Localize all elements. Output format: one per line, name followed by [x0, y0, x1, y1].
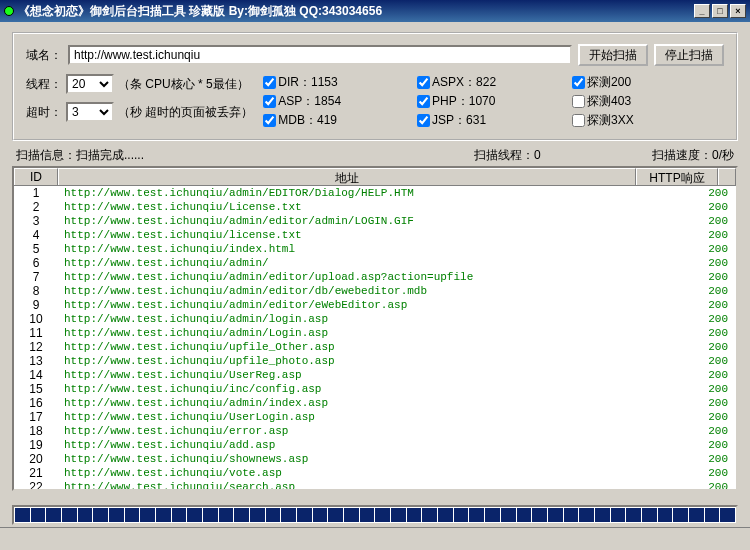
cell-resp: 200 [654, 284, 736, 298]
jsp-checkbox[interactable]: JSP：631 [417, 112, 496, 129]
col-url[interactable]: 地址 [58, 168, 636, 185]
table-row[interactable]: 2http://www.test.ichunqiu/License.txt200 [14, 200, 736, 214]
cell-resp: 200 [654, 382, 736, 396]
cell-url: http://www.test.ichunqiu/admin/Login.asp [58, 326, 654, 340]
table-row[interactable]: 21http://www.test.ichunqiu/vote.asp200 [14, 466, 736, 480]
cell-resp: 200 [654, 452, 736, 466]
cell-id: 3 [14, 214, 58, 228]
cell-resp: 200 [654, 228, 736, 242]
table-row[interactable]: 11http://www.test.ichunqiu/admin/Login.a… [14, 326, 736, 340]
cell-url: http://www.test.ichunqiu/shownews.asp [58, 452, 654, 466]
table-row[interactable]: 5http://www.test.ichunqiu/index.html200 [14, 242, 736, 256]
cell-resp: 200 [654, 340, 736, 354]
cell-url: http://www.test.ichunqiu/admin/index.asp [58, 396, 654, 410]
domain-input[interactable] [68, 45, 572, 65]
cell-resp: 200 [654, 368, 736, 382]
status-dot-icon [4, 6, 14, 16]
maximize-button[interactable]: □ [712, 4, 728, 18]
threads-select[interactable]: 20 [66, 74, 114, 94]
cell-resp: 200 [654, 466, 736, 480]
table-row[interactable]: 8http://www.test.ichunqiu/admin/editor/d… [14, 284, 736, 298]
cell-url: http://www.test.ichunqiu/admin/editor/eW… [58, 298, 654, 312]
cell-url: http://www.test.ichunqiu/error.asp [58, 424, 654, 438]
cell-resp: 200 [654, 396, 736, 410]
table-row[interactable]: 18http://www.test.ichunqiu/error.asp200 [14, 424, 736, 438]
cell-id: 1 [14, 186, 58, 200]
table-row[interactable]: 4http://www.test.ichunqiu/license.txt200 [14, 228, 736, 242]
probe403-checkbox[interactable]: 探测403 [572, 93, 634, 110]
table-row[interactable]: 3http://www.test.ichunqiu/admin/editor/a… [14, 214, 736, 228]
asp-checkbox[interactable]: ASP：1854 [263, 93, 341, 110]
cell-resp: 200 [654, 298, 736, 312]
cell-id: 6 [14, 256, 58, 270]
table-row[interactable]: 10http://www.test.ichunqiu/admin/login.a… [14, 312, 736, 326]
probe200-checkbox[interactable]: 探测200 [572, 74, 634, 91]
col-resp[interactable]: HTTP响应 [636, 168, 718, 185]
cell-resp: 200 [654, 200, 736, 214]
cell-resp: 200 [654, 438, 736, 452]
progress-bar [12, 505, 738, 525]
table-row[interactable]: 12http://www.test.ichunqiu/upfile_Other.… [14, 340, 736, 354]
cell-url: http://www.test.ichunqiu/vote.asp [58, 466, 654, 480]
table-row[interactable]: 13http://www.test.ichunqiu/upfile_photo.… [14, 354, 736, 368]
cell-id: 19 [14, 438, 58, 452]
col-id[interactable]: ID [14, 168, 58, 185]
stop-scan-button[interactable]: 停止扫描 [654, 44, 724, 66]
cell-id: 4 [14, 228, 58, 242]
probe3xx-checkbox[interactable]: 探测3XX [572, 112, 634, 129]
table-row[interactable]: 22http://www.test.ichunqiu/search.asp200 [14, 480, 736, 491]
table-row[interactable]: 9http://www.test.ichunqiu/admin/editor/e… [14, 298, 736, 312]
cell-resp: 200 [654, 270, 736, 284]
cell-id: 14 [14, 368, 58, 382]
cell-url: http://www.test.ichunqiu/upfile_Other.as… [58, 340, 654, 354]
table-row[interactable]: 19http://www.test.ichunqiu/add.asp200 [14, 438, 736, 452]
close-button[interactable]: × [730, 4, 746, 18]
timeout-hint: （秒 超时的页面被丢弃） [118, 104, 253, 121]
cell-id: 10 [14, 312, 58, 326]
table-row[interactable]: 16http://www.test.ichunqiu/admin/index.a… [14, 396, 736, 410]
cell-id: 18 [14, 424, 58, 438]
table-row[interactable]: 14http://www.test.ichunqiu/UserReg.asp20… [14, 368, 736, 382]
cell-id: 5 [14, 242, 58, 256]
cell-resp: 200 [654, 424, 736, 438]
cell-id: 2 [14, 200, 58, 214]
threads-hint: （条 CPU核心 * 5最佳） [118, 76, 249, 93]
aspx-checkbox[interactable]: ASPX：822 [417, 74, 496, 91]
mdb-checkbox[interactable]: MDB：419 [263, 112, 341, 129]
cell-id: 11 [14, 326, 58, 340]
table-row[interactable]: 17http://www.test.ichunqiu/UserLogin.asp… [14, 410, 736, 424]
cell-id: 12 [14, 340, 58, 354]
php-checkbox[interactable]: PHP：1070 [417, 93, 496, 110]
cell-id: 8 [14, 284, 58, 298]
cell-id: 17 [14, 410, 58, 424]
start-scan-button[interactable]: 开始扫描 [578, 44, 648, 66]
cell-resp: 200 [654, 256, 736, 270]
cell-url: http://www.test.ichunqiu/inc/config.asp [58, 382, 654, 396]
timeout-label: 超时： [26, 104, 62, 121]
scan-threads: 扫描线程：0 [474, 147, 614, 164]
statusbar [0, 527, 750, 545]
timeout-select[interactable]: 3 [66, 102, 114, 122]
cell-url: http://www.test.ichunqiu/License.txt [58, 200, 654, 214]
table-row[interactable]: 6http://www.test.ichunqiu/admin/200 [14, 256, 736, 270]
config-panel: 域名： 开始扫描 停止扫描 线程： 20 （条 CPU核心 * 5最佳） 超时：… [12, 32, 738, 141]
table-row[interactable]: 7http://www.test.ichunqiu/admin/editor/u… [14, 270, 736, 284]
cell-id: 7 [14, 270, 58, 284]
cell-resp: 200 [654, 214, 736, 228]
minimize-button[interactable]: _ [694, 4, 710, 18]
cell-id: 20 [14, 452, 58, 466]
table-row[interactable]: 1http://www.test.ichunqiu/admin/EDITOR/D… [14, 186, 736, 200]
threads-label: 线程： [26, 76, 62, 93]
cell-url: http://www.test.ichunqiu/admin/editor/db… [58, 284, 654, 298]
cell-url: http://www.test.ichunqiu/admin/ [58, 256, 654, 270]
table-row[interactable]: 15http://www.test.ichunqiu/inc/config.as… [14, 382, 736, 396]
table-row[interactable]: 20http://www.test.ichunqiu/shownews.asp2… [14, 452, 736, 466]
titlebar: 《想念初恋》御剑后台扫描工具 珍藏版 By:御剑孤独 QQ:343034656 … [0, 0, 750, 22]
cell-url: http://www.test.ichunqiu/admin/EDITOR/Di… [58, 186, 654, 200]
cell-resp: 200 [654, 312, 736, 326]
cell-resp: 200 [654, 410, 736, 424]
dir-checkbox[interactable]: DIR：1153 [263, 74, 341, 91]
info-bar: 扫描信息：扫描完成...... 扫描线程：0 扫描速度：0/秒 [12, 145, 738, 166]
scan-speed: 扫描速度：0/秒 [614, 147, 734, 164]
cell-id: 9 [14, 298, 58, 312]
